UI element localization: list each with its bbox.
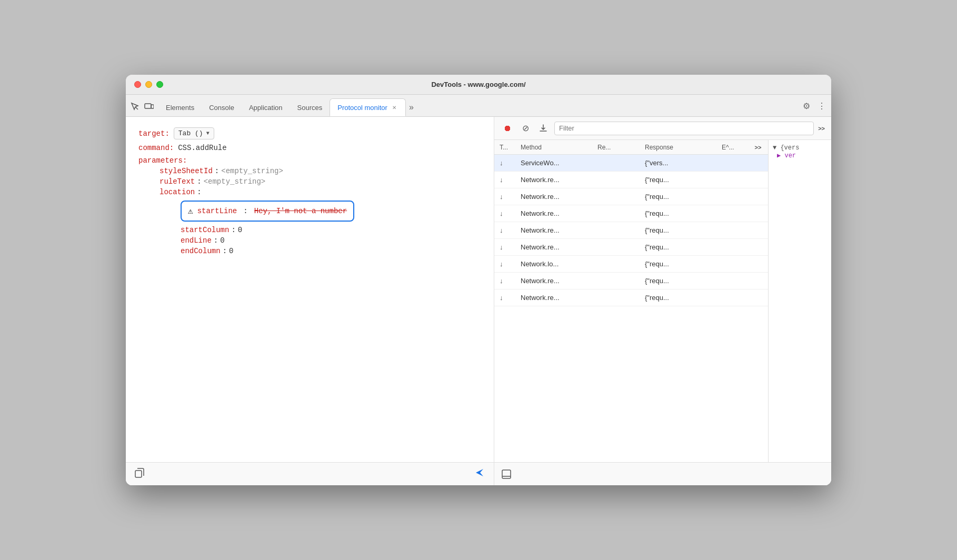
row-method: Network.re... xyxy=(517,207,594,219)
row-extra xyxy=(719,279,750,283)
settings-icon[interactable]: ⚙ xyxy=(802,100,811,112)
copy-button[interactable] xyxy=(134,467,145,481)
row-extra xyxy=(719,245,750,249)
command-value: CSS.addRule xyxy=(178,144,226,152)
row-method: Network.re... xyxy=(517,174,594,186)
command-label: command: xyxy=(138,144,174,152)
row-arrow-icon: ↓ xyxy=(496,275,517,287)
more-tabs-button[interactable]: » xyxy=(406,103,417,116)
end-column-key: endColumn xyxy=(181,247,221,255)
row-response: {"requ... xyxy=(642,241,719,253)
right-bottom-toolbar xyxy=(494,462,831,485)
row-extra xyxy=(719,296,750,300)
row-response: {"requ... xyxy=(642,292,719,304)
command-row: command: CSS.addRule xyxy=(138,144,481,152)
row-method: Network.re... xyxy=(517,241,594,253)
row-response: {"requ... xyxy=(642,258,719,270)
tab-elements[interactable]: Elements xyxy=(158,98,202,116)
row-more xyxy=(750,279,766,283)
end-column-row: endColumn : 0 xyxy=(138,247,481,255)
close-button[interactable] xyxy=(134,81,141,88)
right-panel-body: T... Method Re... Response E^... >> ↓ Se… xyxy=(494,140,831,462)
row-request xyxy=(594,212,642,216)
row-arrow-icon: ↓ xyxy=(496,258,517,270)
window-title: DevTools - www.google.com/ xyxy=(431,81,525,88)
table-row[interactable]: ↓ Network.re... {"requ... xyxy=(494,239,768,256)
row-method: Network.re... xyxy=(517,292,594,304)
row-more xyxy=(750,262,766,266)
table-row[interactable]: ↓ Network.re... {"requ... xyxy=(494,289,768,306)
row-extra xyxy=(719,195,750,199)
start-column-value[interactable]: 0 xyxy=(238,226,242,234)
row-arrow-icon: ↓ xyxy=(496,174,517,186)
start-column-row: startColumn : 0 xyxy=(138,226,481,234)
row-request xyxy=(594,228,642,233)
table-row[interactable]: ↓ ServiceWo... {"vers... xyxy=(494,155,768,172)
parameters-label-row: parameters: xyxy=(138,156,481,165)
stop-recording-button[interactable]: ⏺ xyxy=(501,122,514,135)
target-row: target: Tab () ▼ xyxy=(138,127,481,139)
download-button[interactable] xyxy=(536,122,550,135)
table-row[interactable]: ↓ Network.re... {"requ... xyxy=(494,205,768,222)
row-response: {"requ... xyxy=(642,174,719,186)
end-column-value[interactable]: 0 xyxy=(229,247,233,255)
select-element-icon[interactable] xyxy=(130,102,141,112)
row-request xyxy=(594,245,642,249)
clear-button[interactable]: ⊘ xyxy=(519,122,532,135)
rule-text-value[interactable]: <empty_string> xyxy=(204,177,266,186)
minimize-button[interactable] xyxy=(145,81,152,88)
tab-close-icon[interactable]: ✕ xyxy=(391,104,398,111)
row-arrow-icon: ↓ xyxy=(496,157,517,169)
row-method: ServiceWo... xyxy=(517,157,594,169)
device-toolbar-icon[interactable] xyxy=(144,102,154,112)
warning-icon: ⚠️ xyxy=(188,206,193,216)
start-line-warning-row[interactable]: ⚠️ startLine : Hey, I'm not a number xyxy=(181,201,354,222)
svg-rect-3 xyxy=(135,471,142,477)
command-editor[interactable]: target: Tab () ▼ command: CSS.addRule pa… xyxy=(126,117,494,462)
row-request xyxy=(594,296,642,300)
start-line-value[interactable]: Hey, I'm not a number xyxy=(254,207,347,215)
tab-sources[interactable]: Sources xyxy=(290,98,330,116)
more-columns-icon[interactable]: >> xyxy=(750,144,766,151)
row-request xyxy=(594,161,642,165)
table-row[interactable]: ↓ Network.re... {"requ... xyxy=(494,273,768,289)
filter-input[interactable] xyxy=(554,122,814,135)
protocol-table: T... Method Re... Response E^... >> ↓ Se… xyxy=(494,140,768,462)
row-arrow-icon: ↓ xyxy=(496,191,517,203)
target-value: Tab () xyxy=(178,129,203,137)
table-header: T... Method Re... Response E^... >> xyxy=(494,140,768,155)
target-dropdown[interactable]: Tab () ▼ xyxy=(174,127,214,139)
detail-line-2: ▶ ver xyxy=(773,152,827,159)
row-more xyxy=(750,296,766,300)
style-sheet-id-value[interactable]: <empty_string> xyxy=(221,167,283,175)
maximize-button[interactable] xyxy=(156,81,163,88)
end-line-key: endLine xyxy=(181,236,212,245)
row-method: Network.re... xyxy=(517,275,594,287)
main-content: target: Tab () ▼ command: CSS.addRule pa… xyxy=(126,117,831,485)
parameters-label: parameters: xyxy=(138,156,187,165)
tab-console[interactable]: Console xyxy=(202,98,242,116)
table-row[interactable]: ↓ Network.re... {"requ... xyxy=(494,222,768,239)
more-columns-button[interactable]: >> xyxy=(818,125,825,132)
tab-application[interactable]: Application xyxy=(242,98,290,116)
start-column-key: startColumn xyxy=(181,226,229,234)
row-extra xyxy=(719,161,750,165)
start-line-key: startLine xyxy=(197,207,237,215)
more-menu-icon[interactable]: ⋮ xyxy=(816,100,827,112)
end-line-value[interactable]: 0 xyxy=(220,236,224,245)
table-row[interactable]: ↓ Network.re... {"requ... xyxy=(494,172,768,188)
traffic-lights xyxy=(134,81,163,88)
style-sheet-id-key: styleSheetId xyxy=(160,167,213,175)
row-request xyxy=(594,279,642,283)
table-row[interactable]: ↓ Network.re... {"requ... xyxy=(494,188,768,205)
tab-protocol-monitor[interactable]: Protocol monitor ✕ xyxy=(330,98,406,116)
panel-toggle-button[interactable] xyxy=(501,468,512,480)
title-bar: DevTools - www.google.com/ xyxy=(126,75,831,95)
send-button[interactable] xyxy=(474,467,485,481)
left-panel: target: Tab () ▼ command: CSS.addRule pa… xyxy=(126,117,494,485)
row-arrow-icon: ↓ xyxy=(496,241,517,253)
row-request xyxy=(594,262,642,266)
table-row[interactable]: ↓ Network.lo... {"requ... xyxy=(494,256,768,273)
col-extra-header: E^... xyxy=(719,144,750,151)
row-more xyxy=(750,228,766,233)
